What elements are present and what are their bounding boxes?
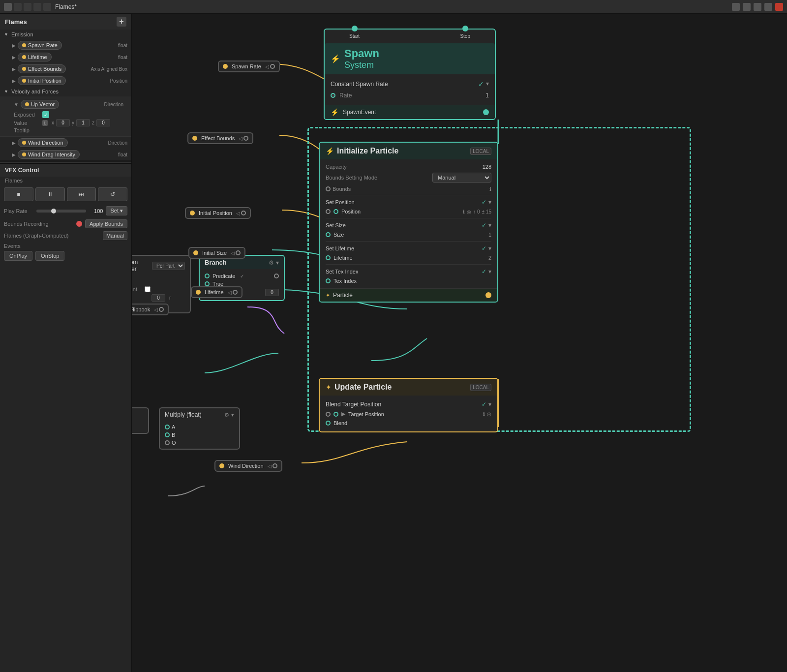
set-tex-check[interactable]: ✓ [482,268,486,275]
set-size-check[interactable]: ✓ [482,222,486,229]
initial-position-input-dot [190,211,195,215]
constant-row: Constant [132,285,185,293]
set-button[interactable]: Set ▾ [106,206,127,215]
z-value[interactable]: 0 [96,119,110,126]
divider4 [326,264,491,265]
record-dot[interactable] [76,221,82,227]
maximize-icon[interactable] [764,3,772,11]
particle-label: Particle [333,292,353,299]
set-position-check[interactable]: ✓ [482,199,486,206]
ip-out-dot [241,211,246,215]
set-tex-index-row: Set Tex Index ✓ ▾ [326,267,491,276]
manual-select[interactable]: Manual [103,231,127,240]
play-rate-slider[interactable] [36,210,86,213]
play-rate-thumb[interactable] [51,209,56,214]
delta-header: Delta Time (VFX) [132,408,148,421]
emission-group[interactable]: ▼ Emission [0,30,131,39]
lifetime-pill[interactable]: Lifetime [18,53,52,61]
init-title-row: ⚡ Initialize Particle [326,147,398,155]
set-size-expand[interactable]: ▾ [488,222,491,229]
y-value[interactable]: 1 [76,119,90,126]
forward-icon[interactable] [33,3,41,11]
set-position-expand[interactable]: ▾ [488,199,491,206]
initial-position-pill[interactable]: Initial Position [18,76,66,85]
spawn-rate-label: Spawn Rate [28,42,58,48]
true-dot [205,281,210,286]
blend-expand[interactable]: ▾ [488,401,491,408]
bounds-recording-row: Bounds Recording Apply Bounds [0,217,131,230]
add-property-button[interactable]: + [117,17,126,27]
onstop-button[interactable]: OnStop [35,251,64,261]
window-title: Flames* [55,3,77,10]
init-title: Initialize Particle [337,147,398,155]
main-canvas[interactable]: Start Stop ⚡ Spawn System Constant Spawn… [132,14,787,672]
apply-bounds-button[interactable]: Apply Bounds [85,219,127,228]
exposed-row: Exposed ✓ [14,111,127,118]
constant-spawn-check[interactable]: ✓ [478,80,484,88]
spawn-rate-item[interactable]: ▶ Spawn Rate float [0,39,131,51]
effect-bounds-item[interactable]: ▶ Effect Bounds Axis Aligned Box [0,63,131,75]
save-icon[interactable] [43,3,51,11]
bounds-mode-select[interactable]: Manual [432,173,491,183]
position-info-icon: ℹ [463,209,465,214]
restart-button[interactable]: ↺ [98,187,127,201]
min-r-label: r [169,295,171,301]
wind-direction-item[interactable]: ▶ Wind Direction Direction [0,137,131,149]
spawn-rate-pill[interactable]: Spawn Rate [18,41,62,50]
multiply2-gear-icon[interactable]: ⚙ [224,412,229,418]
close-icon[interactable] [775,3,783,11]
expand-arrow-icon[interactable]: ▾ [486,80,489,88]
spawn-rate-arrows: ◁ [265,64,275,69]
set-lifetime-check[interactable]: ✓ [482,245,486,252]
initial-position-item[interactable]: ▶ Initial Position Position [0,75,131,87]
multiply2-expand-icon[interactable]: ▾ [231,412,234,418]
lt-out-dot [233,290,238,295]
tex-port-label: Tex Index [333,278,357,284]
up-vector-pill[interactable]: Up Vector [21,100,59,109]
step-button[interactable]: ⏭ [67,187,96,201]
random-title: Random Number [132,259,152,273]
effect-bounds-label: Effect Bounds [28,66,61,72]
code-icon[interactable] [732,3,740,11]
use-flipbook-input-node: Use Flipbook ◁ [132,304,169,315]
play-rate-label: Play Rate [4,208,33,214]
min-value[interactable]: 0 [151,294,165,302]
velocity-forces-group[interactable]: ▼ Velocity and Forces [0,87,131,96]
wind-drag-item[interactable]: ▶ Wind Drag Intensity float [0,149,131,160]
a2-label: A [172,424,175,430]
spawn-rate-type: float [118,43,127,48]
branch-expand-icon[interactable]: ▾ [276,259,279,266]
wind-direction-pill[interactable]: Wind Direction [18,138,68,147]
stop-button[interactable]: ■ [4,187,33,201]
update-gear-icon: ✦ [326,383,332,391]
wind-drag-pill[interactable]: Wind Drag Intensity [18,150,80,159]
back-icon[interactable] [24,3,31,11]
set-position-label: Set Position [326,199,355,205]
effect-bounds-pill[interactable]: Effect Bounds [18,64,66,73]
x-value[interactable]: 0 [56,119,70,126]
position-val2: ± 15 [482,209,491,214]
emission-arrow: ▼ [4,32,8,37]
exposed-check[interactable]: ✓ [42,111,49,118]
false-value[interactable]: 0 [265,289,279,296]
set-tex-expand[interactable]: ▾ [488,268,491,275]
wind-direction-input-dot [219,463,224,468]
up-vector-item[interactable]: ▼ Up Vector Direction [14,98,127,110]
lifetime-item[interactable]: ▶ Lifetime float [0,51,131,63]
blend-check[interactable]: ✓ [482,401,486,408]
branch-gear-icon[interactable]: ⚙ [269,259,274,266]
help-icon[interactable] [754,3,761,11]
menu-icon[interactable] [14,3,22,11]
pin-icon[interactable] [743,3,751,11]
tooltip-label: Tooltip [14,127,38,133]
set-size-label: Set Size [326,222,346,228]
onplay-button[interactable]: OnPlay [4,251,32,261]
random-mode-select[interactable]: Per Part [152,262,185,270]
pause-button[interactable]: ⏸ [35,187,65,201]
constant-checkbox[interactable] [145,286,151,292]
playback-controls: ■ ⏸ ⏭ ↺ [0,184,131,204]
set-lifetime-expand[interactable]: ▾ [488,245,491,252]
position-port-dot [333,209,338,214]
wind-direction-input-node: Wind Direction ◁ [214,460,282,472]
wd-out-dot [272,463,277,468]
